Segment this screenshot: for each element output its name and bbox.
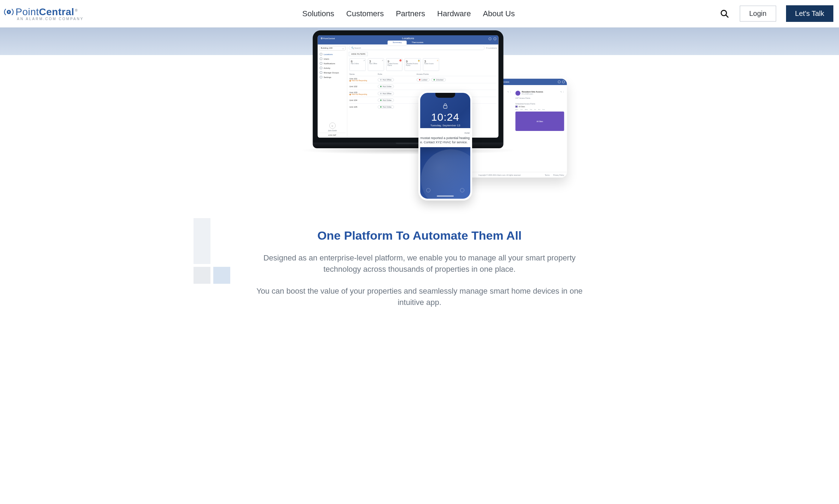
gear-icon [320,76,322,78]
group-icon [320,71,322,74]
sidebar-manage-groups[interactable]: Manage Groups [318,70,347,75]
svg-rect-5 [444,106,447,108]
phone-mockup: 10:24 Tuesday, September 13 POINTCENTRAL… [418,91,472,200]
card-resident-site-access: Resident Site Access # 1 of 234 users ✎ … [516,91,564,131]
phone-time: 10:24 [420,111,470,123]
decorative-blocks [194,218,230,284]
hide-filters-button[interactable]: HIDE FILTERS [349,52,368,56]
brand-name: PointCentral® [16,6,78,18]
stat-locked-ap[interactable]: ⛔9Locked Access Points [386,58,403,71]
phone-date: Tuesday, September 13 [420,124,470,127]
stat-hub-offline[interactable]: ↗3Hub Offline [368,58,384,71]
table-row[interactable]: Unit 102Hub Online [350,83,496,90]
notification-body: Rental Home: The thermostat reported a p… [418,136,470,144]
brand-tagline: AN ALARM.COM COMPANY [17,17,84,21]
svg-line-4 [726,15,728,17]
app-title: Locations [402,37,414,40]
app-title-bar: ⦿ PointCentral Locations Summary Thermos… [318,35,499,44]
sidebar-settings[interactable]: Settings [318,75,347,79]
brand-logo[interactable]: PointCentral® AN ALARM.COM COMPANY [4,6,84,21]
nav-customers[interactable]: Customers [346,9,384,18]
brand-logo-icon [4,7,14,17]
app-sidebar: Building 100⌄ Locations Users Notificati… [318,44,347,138]
pin-icon [320,53,322,55]
locations-count: 5 Locations [486,47,497,49]
building-selector[interactable]: Building 100⌄ [319,46,346,50]
tab-thermostats[interactable]: Thermostats [407,41,428,44]
laptop-mockup: ⦿ PointCentral Locations Summary Thermos… [313,30,504,155]
search-input[interactable]: 🔍 Search [349,46,485,50]
user-name: John Smith [319,130,346,132]
lets-talk-button[interactable]: Let's Talk [786,5,833,22]
bell-icon [320,62,322,65]
card-title: Resident Site Access [522,91,543,93]
section-paragraph-1: Designed as an enterprise-level platform… [250,252,589,275]
terms-link[interactable]: Terms [545,174,550,176]
app-brand-mini: ⦿ PointCentral [321,37,335,40]
notification-time: now [464,131,470,134]
help-icon[interactable] [494,37,496,40]
logout-button[interactable]: LOG OUT [319,133,346,136]
users-icon [320,58,322,60]
sidebar-activity[interactable]: Activity [318,66,347,70]
sidebar-locations[interactable]: Locations [318,52,347,56]
stat-hub-online[interactable]: ↗6Hub Online [350,58,366,71]
sidebar-users[interactable]: Users [318,56,347,61]
svg-rect-2 [8,12,9,13]
home-indicator[interactable] [437,196,454,197]
search-icon [720,9,729,18]
edit-icon[interactable]: ✎ ⋮ [560,91,564,93]
nav-solutions[interactable]: Solutions [302,9,334,18]
card-subtitle: # 1 of 234 users [522,93,543,95]
card-section-label: 24/7 Access Points [516,97,564,99]
access-block-chart: All Sites [516,112,564,131]
col-access-points: Access Points [417,73,496,75]
stats-row: ↗6Hub Online ↗3Hub Offline ⛔9Locked Acce… [347,57,499,72]
nav-hardware[interactable]: Hardware [437,9,471,18]
user-avatar[interactable]: ☺ [329,122,335,129]
nav-about-us[interactable]: About Us [483,9,515,18]
flashlight-icon[interactable] [426,188,430,192]
tab-summary[interactable]: Summary [388,41,407,44]
col-hubs: Hubs [378,73,417,75]
privacy-link[interactable]: Privacy Policy [553,174,564,176]
refresh-icon[interactable] [489,37,492,40]
edit-icon[interactable]: ✎ ⋮ [507,91,511,93]
login-button[interactable]: Login [740,6,776,22]
stat-unlocked-ap[interactable]: 🔓9Unlocked Access Points [405,58,421,71]
card-section-label: Scheduled Access Points [516,103,564,105]
resident-icon [516,91,520,96]
activity-icon [320,67,322,69]
lock-icon [420,103,470,110]
sidebar-notifications[interactable]: Notifications [318,61,347,66]
stat-active-issues[interactable]: ⚠3Active Issues [423,58,439,71]
table-row[interactable]: Unit 101Hubs Not RespondingHub OfflineLo… [350,76,496,83]
nav-partners[interactable]: Partners [396,9,425,18]
col-name: Name [350,73,378,75]
section-title: One Platform To Automate Them All [222,229,617,242]
notification-card[interactable]: POINTCENTRAL now Rental Home: The thermo… [418,128,472,147]
section-paragraph-2: You can boost the value of your properti… [250,286,589,308]
camera-icon[interactable] [460,188,464,192]
chevron-down-icon: ⌄ [342,47,344,49]
refresh-icon[interactable] [558,80,561,83]
search-button[interactable] [719,8,730,19]
primary-nav: Solutions Customers Partners Hardware Ab… [98,9,719,18]
checkbox-all-sites[interactable]: All Sites [516,106,564,108]
chart-day-labels: MonTueWedThuFriSatSun [516,109,564,110]
help-icon[interactable] [562,80,565,83]
